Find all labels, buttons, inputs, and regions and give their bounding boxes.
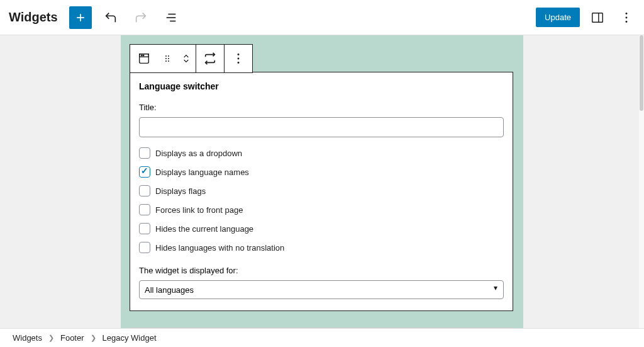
svg-point-20 <box>238 54 240 55</box>
update-button[interactable]: Update <box>536 8 580 27</box>
topbar-right: Update <box>536 6 638 29</box>
bt-group-transform <box>196 44 225 73</box>
drag-icon <box>162 54 172 64</box>
svg-point-13 <box>143 55 143 55</box>
display-for-select[interactable]: All languages <box>139 280 504 299</box>
check-dropdown[interactable]: Displays as a dropdown <box>139 147 504 159</box>
svg-point-15 <box>168 55 169 57</box>
check-dropdown-box[interactable] <box>139 147 150 159</box>
check-hide-no-trans-box[interactable] <box>139 242 150 253</box>
check-flags-label: Displays flags <box>155 186 206 196</box>
undo-button[interactable] <box>99 6 122 29</box>
check-hide-current[interactable]: Hides the current language <box>139 223 504 234</box>
svg-point-18 <box>165 60 167 62</box>
svg-point-8 <box>626 16 628 18</box>
drag-handle[interactable] <box>158 45 177 72</box>
check-names-box[interactable] <box>139 166 150 178</box>
svg-rect-5 <box>592 13 603 22</box>
vertical-scrollbar[interactable] <box>639 35 644 328</box>
display-for-label: The widget is displayed for: <box>139 266 504 275</box>
check-front[interactable]: Forces link to front page <box>139 204 504 215</box>
check-hide-no-trans[interactable]: Hides languages with no translation <box>139 242 504 253</box>
bt-group-more <box>224 44 253 73</box>
breadcrumb-current[interactable]: Legacy Widget <box>103 333 157 343</box>
legacy-widget-card: Language switcher Title: Displays as a d… <box>130 72 513 311</box>
check-names[interactable]: Displays language names <box>139 166 504 178</box>
page-title: Widgets <box>9 10 58 25</box>
editor-topbar: Widgets Update <box>0 0 644 35</box>
block-more-button[interactable] <box>225 45 252 72</box>
settings-sidebar-button[interactable] <box>586 6 609 29</box>
chevron-right-icon: ❯ <box>48 334 54 342</box>
legacy-widget-icon <box>137 52 151 65</box>
svg-point-19 <box>168 60 169 62</box>
check-flags-box[interactable] <box>139 185 150 196</box>
redo-icon <box>134 11 148 25</box>
check-dropdown-label: Displays as a dropdown <box>155 149 242 158</box>
title-label: Title: <box>139 103 504 112</box>
list-view-button[interactable] <box>160 6 182 29</box>
svg-point-9 <box>626 20 628 22</box>
check-hide-current-label: Hides the current language <box>155 224 253 234</box>
svg-point-21 <box>238 58 240 60</box>
undo-icon <box>104 11 118 25</box>
title-input[interactable] <box>139 117 504 137</box>
options-button[interactable] <box>615 6 638 29</box>
breadcrumb-root[interactable]: Widgets <box>13 333 42 343</box>
kebab-icon <box>231 52 245 65</box>
transform-button[interactable] <box>196 45 224 72</box>
display-for-select-wrap: All languages <box>139 280 504 299</box>
kebab-icon <box>619 11 633 25</box>
svg-point-7 <box>626 13 628 14</box>
block-toolbar <box>130 44 253 73</box>
block-type-button[interactable] <box>130 45 158 72</box>
svg-point-17 <box>168 58 169 59</box>
check-names-label: Displays language names <box>155 168 249 177</box>
bt-group-type <box>130 44 196 73</box>
svg-point-14 <box>165 55 167 57</box>
plus-icon <box>74 11 87 24</box>
transform-icon <box>203 52 217 65</box>
redo-button[interactable] <box>130 6 152 29</box>
breadcrumb-area[interactable]: Footer <box>60 333 84 343</box>
topbar-left: Widgets <box>9 6 182 29</box>
add-block-button[interactable] <box>69 6 92 29</box>
sidebar-icon <box>591 11 604 25</box>
scrollbar-thumb[interactable] <box>640 35 643 111</box>
block-breadcrumb: Widgets ❯ Footer ❯ Legacy Widget <box>0 328 644 347</box>
chevron-updown-icon <box>181 52 191 65</box>
list-view-icon <box>164 11 178 25</box>
check-hide-no-trans-label: Hides languages with no translation <box>155 243 284 253</box>
chevron-right-icon: ❯ <box>91 334 96 342</box>
check-front-box[interactable] <box>139 204 150 215</box>
check-hide-current-box[interactable] <box>139 223 150 234</box>
move-updown-button[interactable] <box>177 45 196 72</box>
checkbox-group: Displays as a dropdown Displays language… <box>139 147 504 253</box>
check-flags[interactable]: Displays flags <box>139 185 504 196</box>
svg-point-12 <box>142 55 142 55</box>
widget-heading: Language switcher <box>139 81 504 91</box>
svg-point-16 <box>165 58 167 59</box>
check-front-label: Forces link to front page <box>155 205 243 215</box>
svg-point-22 <box>238 62 240 64</box>
